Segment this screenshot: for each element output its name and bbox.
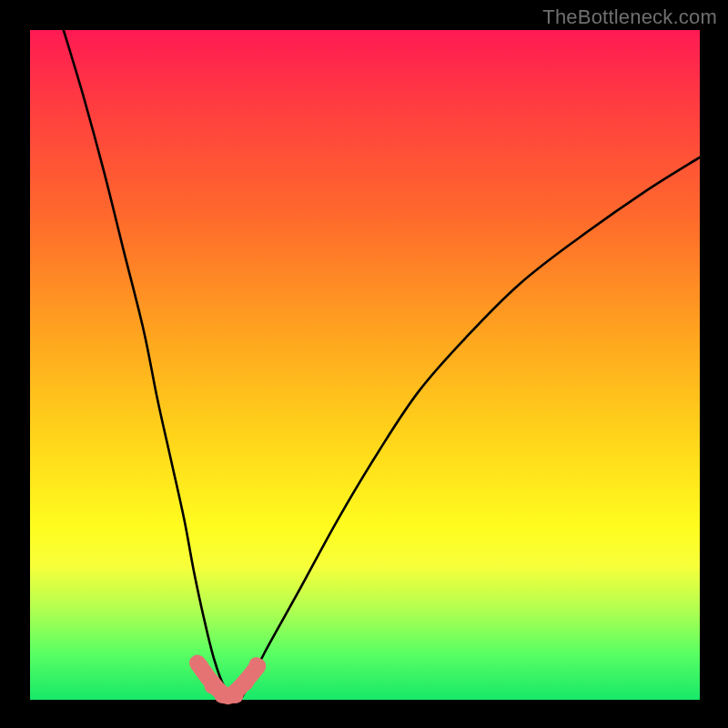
bump-dot [215, 688, 230, 703]
bump-dot [193, 659, 208, 674]
bump-dot [238, 675, 254, 691]
watermark-text: TheBottleneck.com [542, 5, 717, 29]
curve-layer [30, 30, 700, 700]
plot-area [30, 30, 700, 700]
bottleneck-curve [64, 30, 700, 700]
chart-frame: TheBottleneck.com [0, 0, 728, 728]
curve-minimum-markers [193, 657, 264, 703]
bump-dot [228, 688, 244, 703]
bump-dot [248, 657, 264, 672]
